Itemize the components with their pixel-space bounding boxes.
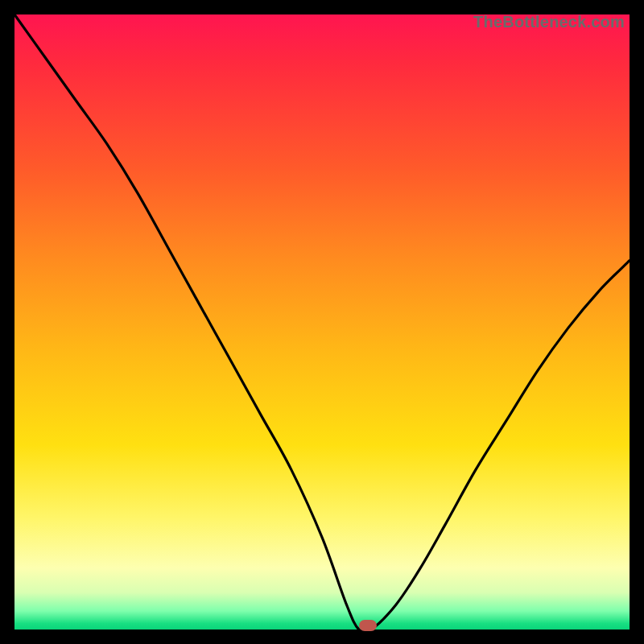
watermark-label: TheBottleneck.com — [473, 13, 625, 31]
optimal-point-marker — [359, 620, 377, 631]
chart-frame: TheBottleneck.com — [14, 14, 630, 630]
plot-area — [14, 14, 630, 630]
bottleneck-curve — [14, 14, 630, 630]
